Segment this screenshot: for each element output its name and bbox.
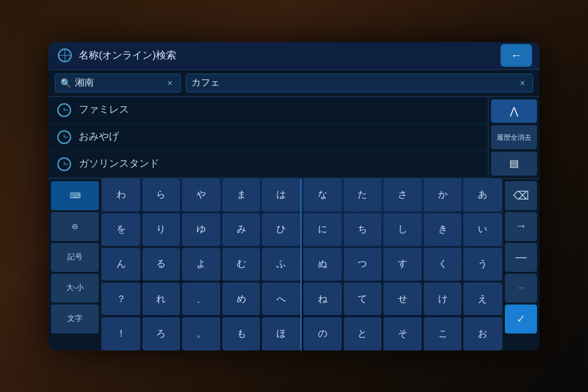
dash-key-1[interactable]: —: [505, 243, 537, 272]
key-su[interactable]: す: [383, 248, 422, 281]
history-item-1[interactable]: ファミレス: [48, 97, 488, 124]
history-item-3[interactable]: ガソリンスタンド: [48, 151, 488, 178]
clock-icon-1: [57, 103, 71, 117]
backspace-key[interactable]: ⌫: [505, 181, 537, 210]
key-chi[interactable]: ち: [344, 213, 382, 246]
backspace-left-key[interactable]: ⊖: [51, 212, 99, 241]
key-ha[interactable]: は: [262, 179, 300, 211]
key-shi[interactable]: し: [383, 213, 422, 246]
char-mode-key[interactable]: 文字: [51, 305, 99, 333]
key-ni[interactable]: に: [303, 213, 342, 246]
history-list: ファミレス おみやげ ガソリンスタンド: [48, 97, 540, 178]
key-na[interactable]: な: [303, 179, 342, 211]
key-e[interactable]: え: [463, 283, 502, 315]
history-item-2[interactable]: おみやげ: [48, 124, 488, 151]
key-no[interactable]: の: [303, 317, 342, 350]
location-clear-button[interactable]: ×: [165, 77, 175, 89]
key-ta[interactable]: た: [344, 179, 382, 211]
list-view-button[interactable]: ▤: [491, 152, 537, 176]
char-label: 文字: [67, 313, 82, 324]
dash-icon-1: —: [516, 250, 527, 264]
key-comma[interactable]: 、: [182, 283, 220, 315]
navigation-screen: 名称(オンライン)検索 ← 🔍 湘南 × カフェ × ファミレス: [48, 42, 540, 350]
key-ya[interactable]: や: [182, 179, 220, 211]
search-icon: 🔍: [60, 78, 71, 88]
key-tsu[interactable]: つ: [344, 248, 382, 281]
keyboard-icon: ⌨: [70, 191, 81, 200]
clock-icon-2: [57, 130, 71, 144]
globe-icon: [56, 47, 74, 64]
key-a[interactable]: あ: [463, 179, 502, 211]
search-bar: 🔍 湘南 × カフェ ×: [48, 70, 540, 97]
key-u[interactable]: う: [463, 248, 502, 281]
key-ko[interactable]: こ: [424, 317, 462, 350]
key-question[interactable]: ？: [102, 283, 140, 315]
key-exclaim[interactable]: ！: [102, 317, 140, 350]
back-arrow-icon: ←: [511, 49, 522, 62]
key-ro[interactable]: ろ: [142, 317, 181, 350]
key-fu[interactable]: ふ: [262, 248, 300, 281]
key-ru[interactable]: る: [142, 248, 181, 281]
key-ne[interactable]: ね: [303, 283, 342, 315]
key-ra[interactable]: ら: [142, 179, 181, 211]
symbol-key[interactable]: 記号: [51, 243, 99, 272]
history-clear-button[interactable]: 履歴全消去: [491, 125, 537, 149]
function-keys-panel: ⌨ ⊖ 記号 大◦小 文字: [48, 179, 102, 350]
key-i[interactable]: い: [463, 213, 502, 246]
key-ho[interactable]: ほ: [262, 317, 300, 350]
header-title: 名称(オンライン)検索: [79, 49, 500, 62]
key-se[interactable]: せ: [383, 283, 422, 315]
key-nu[interactable]: ぬ: [303, 248, 342, 281]
cursor-right-icon: →: [516, 220, 527, 233]
key-te[interactable]: て: [344, 283, 382, 315]
key-wa[interactable]: わ: [102, 179, 140, 211]
history-label-2: おみやげ: [79, 130, 479, 143]
key-yu[interactable]: ゆ: [182, 213, 220, 246]
keyboard-area: ⌨ ⊖ 記号 大◦小 文字 わ ら や ま: [48, 179, 540, 350]
history-label-3: ガソリンスタンド: [79, 157, 479, 171]
key-ka[interactable]: か: [424, 179, 462, 211]
keyboard-toggle-key[interactable]: ⌨: [51, 181, 99, 210]
key-ri[interactable]: り: [142, 213, 181, 246]
key-mo[interactable]: も: [222, 317, 261, 350]
clock-icon-3: [57, 157, 71, 171]
list-icon: ▤: [509, 157, 519, 169]
size-label: 大◦小: [66, 283, 84, 293]
location-search-field[interactable]: 🔍 湘南 ×: [55, 74, 181, 92]
key-he[interactable]: へ: [262, 283, 300, 315]
symbol-label: 記号: [67, 252, 82, 262]
back-button[interactable]: ←: [500, 44, 532, 67]
key-to[interactable]: と: [344, 317, 382, 350]
key-o[interactable]: お: [463, 317, 502, 350]
header-bar: 名称(オンライン)検索 ←: [48, 42, 540, 70]
kana-grid-left: わ ら や ま は を り ゆ み ひ ん る よ む ふ ？ れ 、 め へ: [102, 179, 300, 350]
key-period[interactable]: 。: [182, 317, 220, 350]
confirm-key[interactable]: ✓: [505, 305, 537, 333]
size-toggle-key[interactable]: 大◦小: [51, 274, 99, 303]
key-ki[interactable]: き: [424, 213, 462, 246]
dash-key-2[interactable]: ···: [505, 274, 537, 303]
key-ke[interactable]: け: [424, 283, 462, 315]
key-ku[interactable]: く: [424, 248, 462, 281]
key-mi[interactable]: み: [222, 213, 261, 246]
location-value: 湘南: [75, 77, 161, 89]
keyword-search-field[interactable]: カフェ ×: [186, 74, 533, 92]
keyword-value: カフェ: [191, 77, 514, 89]
key-yo[interactable]: よ: [182, 248, 220, 281]
key-hi[interactable]: ひ: [262, 213, 300, 246]
key-mu[interactable]: む: [222, 248, 261, 281]
key-n[interactable]: ん: [102, 248, 140, 281]
key-ma[interactable]: ま: [222, 179, 261, 211]
key-sa[interactable]: さ: [383, 179, 422, 211]
backspace-icon: ⌫: [513, 189, 529, 203]
key-re[interactable]: れ: [142, 283, 181, 315]
key-wo[interactable]: を: [102, 213, 140, 246]
circle-minus-icon: ⊖: [72, 222, 78, 231]
cursor-right-key[interactable]: →: [505, 212, 537, 241]
keyword-clear-button[interactable]: ×: [517, 77, 528, 89]
dash-icon-2: ···: [518, 284, 523, 291]
confirm-icon: ✓: [516, 312, 526, 326]
key-me[interactable]: め: [222, 283, 261, 315]
key-so[interactable]: そ: [383, 317, 422, 350]
collapse-button[interactable]: ⋀: [491, 99, 537, 123]
